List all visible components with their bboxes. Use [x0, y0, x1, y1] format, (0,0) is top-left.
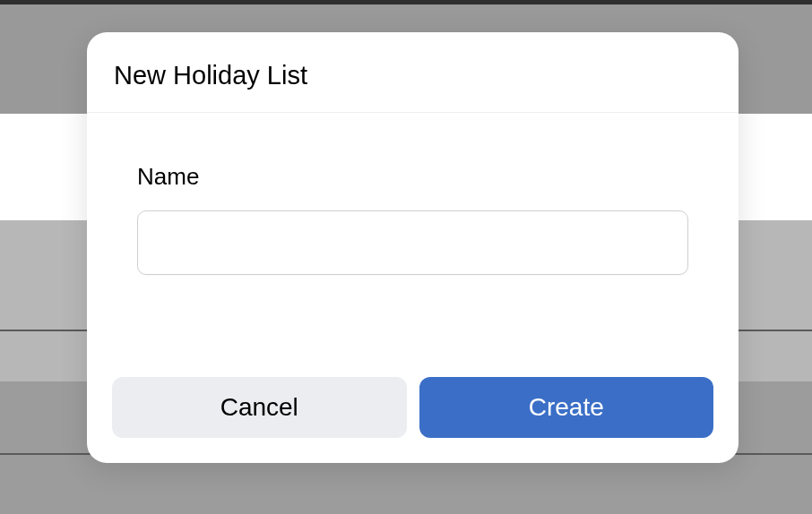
modal-footer: Cancel Create [87, 377, 739, 463]
cancel-button[interactable]: Cancel [112, 377, 407, 438]
modal-header: New Holiday List [87, 32, 739, 113]
new-holiday-list-modal: New Holiday List Name Cancel Create [87, 32, 739, 463]
name-label: Name [137, 163, 688, 191]
modal-body: Name [87, 113, 739, 377]
name-input[interactable] [137, 210, 688, 275]
create-button[interactable]: Create [419, 377, 714, 438]
modal-title: New Holiday List [114, 61, 712, 90]
